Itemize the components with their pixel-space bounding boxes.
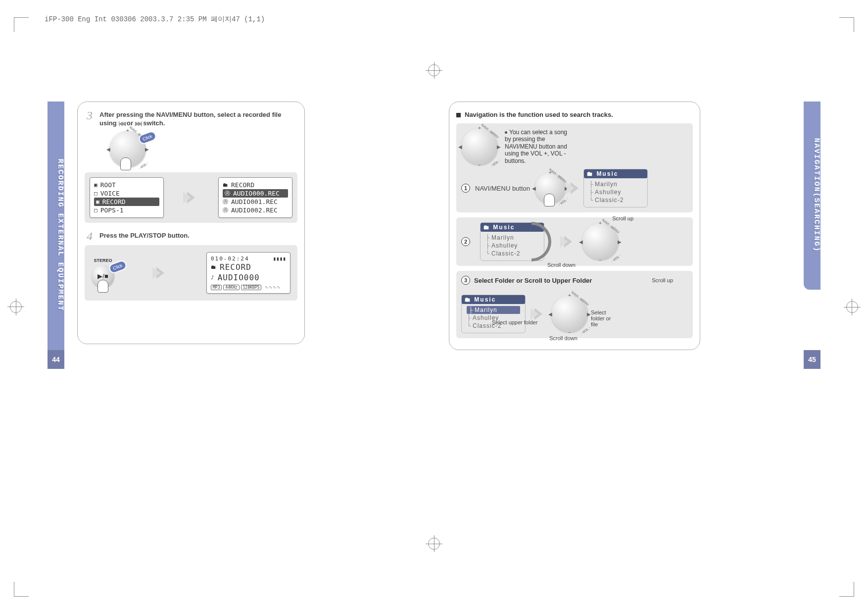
navi-label: NAVI · MENU bbox=[481, 123, 500, 139]
tree-icon: └ bbox=[485, 250, 490, 257]
scroll-up-label: Scroll up bbox=[652, 277, 673, 283]
forward-icon: ▶ bbox=[618, 239, 622, 245]
minus-icon: − bbox=[599, 257, 602, 263]
folder-icon: □ bbox=[94, 207, 97, 213]
select-folder-label: Select folder or file bbox=[591, 309, 616, 327]
lcd-row: AUDIO002.REC bbox=[231, 206, 278, 214]
hand-icon bbox=[120, 157, 131, 170]
page-number: 45 bbox=[804, 350, 820, 369]
dot-icon bbox=[505, 131, 507, 134]
arrow-icon bbox=[564, 236, 572, 248]
folder-icon: 🖿 bbox=[587, 170, 596, 177]
navi-label: NAVI · MENU bbox=[571, 291, 590, 307]
tree-icon: ├ bbox=[589, 189, 594, 196]
panel-title: Music bbox=[474, 296, 496, 303]
panel-title: Music bbox=[493, 224, 515, 231]
section-title: NAVIGATION(SEARCHING) bbox=[812, 138, 820, 253]
headline-text: Navigation is the function used to searc… bbox=[465, 111, 613, 118]
scroll-down-label: Scroll down bbox=[547, 262, 576, 268]
crop-mark bbox=[839, 582, 854, 597]
tree-icon: └ bbox=[589, 197, 594, 204]
item: Ashulley bbox=[595, 189, 621, 196]
scroll-down-label: Scroll down bbox=[549, 335, 578, 341]
registration-mark bbox=[428, 538, 440, 550]
registration-mark bbox=[428, 64, 440, 76]
arrow-icon bbox=[571, 182, 579, 194]
minus-icon: − bbox=[478, 162, 481, 168]
item: Marilyn bbox=[475, 307, 497, 313]
lcd-row: RECORD bbox=[220, 262, 251, 272]
item: Ashulley bbox=[491, 242, 518, 249]
waveform-icon: ∿∿∿∿ bbox=[265, 285, 281, 290]
lcd-row: POPS-1 bbox=[100, 206, 124, 214]
vol-label: · VOL · bbox=[611, 254, 622, 263]
play-stop-button: ▶/■ Click bbox=[92, 265, 114, 288]
arrow-icon bbox=[187, 192, 195, 204]
navi-dial: + − ◀ ▶ NAVI · MENU · VOL · bbox=[461, 128, 498, 165]
step-title: Select Folder or Scroll to Upper Folder bbox=[474, 277, 592, 284]
folder-icon: 🖿 bbox=[211, 264, 217, 270]
forward-icon: ▶ bbox=[145, 146, 149, 152]
music-icon: ♪ bbox=[211, 274, 215, 281]
lcd-row: AUDIO000 bbox=[218, 273, 260, 282]
circle-number: 3 bbox=[461, 276, 470, 285]
text: switch. bbox=[143, 119, 165, 127]
page-44: RECORDING EXTERNAL EQUIPMENT 44 3 After … bbox=[48, 102, 434, 369]
rewind-icon: ◀ bbox=[458, 144, 462, 150]
step-number: 4 bbox=[87, 230, 93, 243]
nav-block-3: 3 Select Folder or Scroll to Upper Folde… bbox=[456, 271, 693, 338]
navi-dial: + − ◀ ▶ NAVI · MENU · VOL · bbox=[582, 223, 619, 260]
scroll-arc-icon bbox=[531, 222, 551, 261]
time-display: 010-02:24 bbox=[211, 256, 249, 262]
hand-icon bbox=[544, 194, 555, 206]
arrow-icon bbox=[156, 267, 164, 279]
music-panel: 🖿 Music ├Marilyn ├Ashulley └Classic-2 bbox=[583, 169, 648, 207]
page-spread: RECORDING EXTERNAL EQUIPMENT 44 3 After … bbox=[48, 102, 820, 369]
file-icon: Ⓡ bbox=[223, 198, 228, 205]
root-icon: ▣ bbox=[94, 182, 97, 188]
forward-icon: ▶▶| bbox=[135, 120, 142, 127]
vol-label: · VOL · bbox=[138, 161, 149, 170]
folder-icon: 🖿 bbox=[223, 182, 228, 188]
vol-label: · VOL · bbox=[580, 326, 591, 335]
section-tab-right: NAVIGATION(SEARCHING) bbox=[804, 102, 820, 290]
item: Classic-2 bbox=[491, 250, 520, 257]
lcd-row: RECORD bbox=[231, 181, 254, 189]
minus-icon: − bbox=[568, 330, 571, 335]
tree-icon: ├ bbox=[589, 181, 594, 188]
caption: NAVI/MENU button bbox=[475, 185, 530, 192]
rewind-icon: ◀ bbox=[532, 186, 536, 191]
lcd-row: AUDIO001.REC bbox=[231, 198, 278, 205]
folder-icon: ▣ bbox=[96, 199, 99, 205]
section-title: RECORDING EXTERNAL EQUIPMENT bbox=[56, 159, 64, 311]
select-upper-label: Select upper folder bbox=[492, 319, 537, 325]
battery-icon: ▮▮▮▮ bbox=[273, 256, 287, 262]
section-tab-left: RECORDING EXTERNAL EQUIPMENT bbox=[48, 102, 64, 369]
step-text: After pressing the NAVI/MENU button, sel… bbox=[99, 111, 297, 128]
navi-dial: + − ◀ ▶ NAVI · MENU · VOL · bbox=[551, 296, 588, 332]
lcd-playing: 010-02:24 ▮▮▮▮ 🖿RECORD ♪AUDIO000 MP3 44K… bbox=[206, 252, 290, 294]
play-group: STEREO ▶/■ Click 010-02:24 ▮▮▮▮ bbox=[85, 245, 297, 301]
item: Marilyn bbox=[595, 181, 618, 188]
folder-icon: □ bbox=[94, 190, 97, 197]
nav-block-1: + − ◀ ▶ NAVI · MENU · VOL · You can sele… bbox=[456, 123, 693, 212]
vol-label: · VOL · bbox=[558, 197, 569, 206]
square-bullet-icon bbox=[456, 113, 461, 117]
note: You can select a song by pressing the NA… bbox=[505, 129, 570, 164]
tree-icon: ├ bbox=[485, 234, 490, 241]
navi-dial: + − ◀ ▶ NAVI · MENU · VOL · bbox=[535, 173, 566, 204]
navi-dial: + − ◀ ▶ NAVI · MENU · VOL · Click bbox=[109, 131, 146, 167]
navi-label: NAVI · MENU bbox=[549, 168, 568, 184]
folder-icon: 🖿 bbox=[483, 224, 493, 231]
tree-icon: ├ bbox=[485, 242, 490, 249]
headline: Navigation is the function used to searc… bbox=[456, 111, 693, 118]
note-text: You can select a song by pressing the NA… bbox=[505, 129, 567, 164]
play-stop-icon: ▶/■ bbox=[97, 272, 108, 280]
bitrate-badge: 128KBPS bbox=[241, 285, 262, 290]
rewind-icon: ◀ bbox=[548, 311, 552, 317]
item: Classic-2 bbox=[595, 197, 624, 204]
circle-number: 2 bbox=[461, 237, 470, 246]
crop-mark bbox=[839, 17, 854, 32]
registration-mark bbox=[846, 301, 858, 313]
codec-badge: MP3 bbox=[211, 285, 222, 290]
